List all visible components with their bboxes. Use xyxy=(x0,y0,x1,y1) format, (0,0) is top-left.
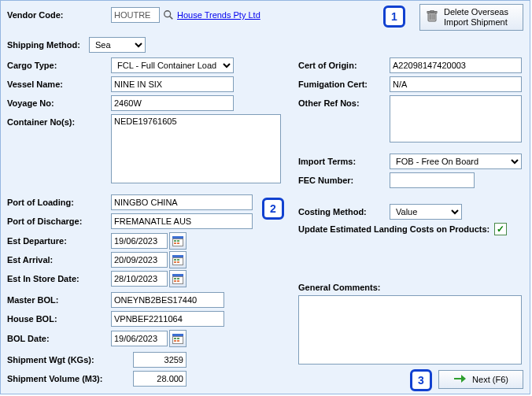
calendar-button[interactable] xyxy=(169,232,187,250)
calendar-button[interactable] xyxy=(169,330,187,347)
calendar-icon xyxy=(172,255,183,265)
bol-date-label: BOL Date: xyxy=(7,334,111,343)
house-bol-input[interactable] xyxy=(111,311,224,327)
vendor-link[interactable]: House Trends Pty Ltd xyxy=(177,10,260,20)
update-estimated-checkbox[interactable]: ✓ xyxy=(494,223,507,235)
voyage-no-label: Voyage No: xyxy=(7,98,111,108)
next-button[interactable]: Next (F6) xyxy=(438,370,523,389)
svg-rect-4 xyxy=(430,10,434,12)
other-ref-label: Other Ref Nos: xyxy=(298,95,390,108)
costing-method-select[interactable]: Value xyxy=(390,204,462,220)
master-bol-label: Master BOL: xyxy=(7,295,111,305)
vendor-code-input[interactable] xyxy=(111,7,160,23)
shipment-form-panel: Vendor Code: House Trends Pty Ltd Delete… xyxy=(0,0,530,394)
cargo-type-select[interactable]: FCL - Full Container Load xyxy=(111,57,234,73)
bol-date-input[interactable] xyxy=(111,331,168,346)
fumigation-label: Fumigation Cert: xyxy=(298,80,390,89)
lookup-icon[interactable] xyxy=(163,9,174,20)
general-comments-label: General Comments: xyxy=(298,283,381,292)
fec-number-label: FEC Number: xyxy=(298,176,390,185)
calendar-icon xyxy=(172,236,183,246)
shipment-vol-label: Shipment Volume (M3): xyxy=(7,374,133,383)
fec-number-input[interactable] xyxy=(390,172,475,188)
port-loading-label: Port of Loading: xyxy=(7,198,111,207)
costing-method-label: Costing Method: xyxy=(298,207,390,217)
trash-icon xyxy=(427,10,438,24)
house-bol-label: House BOL: xyxy=(7,314,111,324)
callout-3: 3 xyxy=(410,369,432,391)
fumigation-input[interactable] xyxy=(390,76,522,92)
port-discharge-input[interactable] xyxy=(111,213,253,229)
container-nos-label: Container No(s): xyxy=(7,114,111,127)
vendor-code-label: Vendor Code: xyxy=(7,10,111,20)
est-departure-label: Est Departure: xyxy=(7,236,111,246)
import-terms-label: Import Terms: xyxy=(298,157,390,166)
delete-button-label: Delete Overseas Import Shipment xyxy=(444,7,508,28)
update-estimated-label: Update Estimated Landing Costs on Produc… xyxy=(298,224,490,234)
cert-origin-label: Cert of Origin: xyxy=(298,61,390,70)
est-instore-input[interactable] xyxy=(111,271,168,287)
next-button-label: Next (F6) xyxy=(472,375,508,385)
calendar-button[interactable] xyxy=(169,270,187,287)
callout-1: 1 xyxy=(383,6,405,28)
est-instore-label: Est In Store Date: xyxy=(7,274,111,283)
calendar-icon xyxy=(172,334,183,344)
general-comments-textarea[interactable] xyxy=(298,295,522,365)
est-arrival-label: Est Arrival: xyxy=(7,255,111,265)
est-departure-input[interactable] xyxy=(111,233,168,249)
arrow-right-icon xyxy=(453,374,466,385)
port-discharge-label: Port of Discharge: xyxy=(7,217,111,226)
svg-point-0 xyxy=(164,11,171,17)
shipment-wgt-label: Shipment Wgt (KGs): xyxy=(7,355,133,365)
calendar-icon xyxy=(172,274,183,284)
est-arrival-input[interactable] xyxy=(111,252,168,268)
cargo-type-label: Cargo Type: xyxy=(7,61,111,70)
vessel-name-input[interactable] xyxy=(111,76,234,92)
cert-origin-input[interactable] xyxy=(390,57,522,73)
callout-2: 2 xyxy=(262,198,284,220)
shipment-wgt-input[interactable] xyxy=(133,352,187,368)
shipping-method-select[interactable]: Sea xyxy=(89,37,146,53)
master-bol-input[interactable] xyxy=(111,292,224,308)
import-terms-select[interactable]: FOB - Free On Board xyxy=(390,154,522,169)
delete-shipment-button[interactable]: Delete Overseas Import Shipment xyxy=(419,4,523,31)
other-ref-textarea[interactable] xyxy=(390,95,522,142)
shipping-method-label: Shipping Method: xyxy=(7,40,89,50)
svg-marker-9 xyxy=(461,375,466,383)
voyage-no-input[interactable] xyxy=(111,95,234,111)
svg-line-1 xyxy=(170,17,173,20)
port-loading-input[interactable] xyxy=(111,194,253,210)
shipment-vol-input[interactable] xyxy=(133,371,187,387)
vessel-name-label: Vessel Name: xyxy=(7,80,111,89)
container-nos-textarea[interactable]: NEDE19761605 xyxy=(111,114,281,183)
calendar-button[interactable] xyxy=(169,251,187,268)
